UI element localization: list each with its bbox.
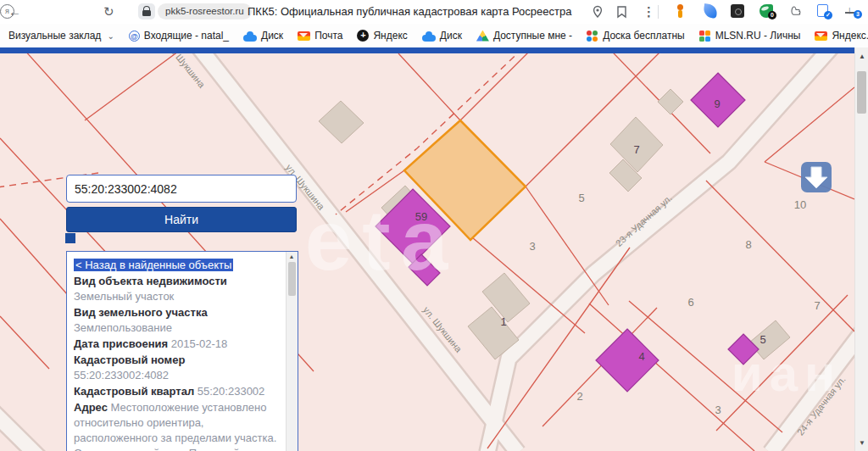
parcel-number: 5: [578, 192, 584, 204]
cloud-icon: [243, 35, 257, 42]
page-scrollbar[interactable]: ▲ ▼: [854, 47, 868, 451]
parcel-number: 59: [415, 210, 427, 223]
parcel-number: 7: [633, 143, 639, 156]
panel-scroll-thumb[interactable]: [288, 262, 296, 296]
bookmark-yandex[interactable]: +Яндекс: [357, 30, 407, 42]
building-4[interactable]: [596, 329, 659, 392]
location-pin-icon[interactable]: [591, 5, 604, 19]
color-grid-icon: [699, 30, 711, 42]
info-row: Вид объекта недвижимости Земельный участ…: [74, 274, 281, 304]
drive-triangle-icon: [476, 31, 489, 42]
parcel-number: 6: [687, 296, 693, 309]
cadastral-search-input[interactable]: [66, 175, 297, 203]
envelope-icon: [298, 31, 310, 41]
info-row: Кадастровый номер 55:20:233002:4082: [74, 353, 281, 383]
address-bar[interactable]: pkk5-rosreestor.ru: [158, 3, 252, 19]
parcel-number: 3: [715, 404, 721, 416]
toolbar-divider: [658, 5, 659, 19]
scroll-up-icon[interactable]: ▲: [855, 53, 868, 60]
reload-icon[interactable]: ↻: [103, 3, 114, 20]
parcel-info-content: < Назад в найденные объекты Вид объекта …: [67, 252, 287, 451]
parcel-info-panel: < Назад в найденные объекты Вид объекта …: [66, 251, 298, 451]
parcel-number: 5: [760, 333, 765, 346]
parcel-number: 8: [745, 238, 751, 251]
panel-scrollbar[interactable]: ▲: [286, 252, 298, 451]
mail-at-icon: @: [129, 31, 140, 42]
watermark: eta: [305, 192, 459, 287]
parcel-number: 9: [714, 97, 720, 110]
bookmark-mail[interactable]: Почта: [298, 30, 342, 42]
extension-dark-icon[interactable]: [731, 4, 744, 18]
bookmark-visual-tabs[interactable]: Визуальные заклад⌄: [8, 30, 114, 42]
find-button[interactable]: Найти: [66, 207, 297, 232]
bookmarks-bar: Визуальные заклад⌄ @Входящие - natal_ Ди…: [0, 24, 868, 47]
info-row: Адрес Местоположение установлено относит…: [74, 400, 281, 451]
extension-orange-icon[interactable]: [673, 4, 687, 18]
building[interactable]: [658, 89, 683, 114]
cloud-icon: [422, 35, 436, 42]
panel-accent-square: [65, 233, 75, 243]
menu-dots-icon[interactable]: ⋮: [643, 3, 655, 20]
browser-toolbar: ← я ↻ pkk5-rosreestor.ru ПКК5: Официальн…: [0, 0, 868, 25]
bookmark-icon[interactable]: [615, 5, 628, 19]
bookmark-disk-1[interactable]: Диск: [243, 30, 283, 42]
lock-icon[interactable]: [138, 3, 155, 19]
extension-hand-icon[interactable]: [788, 4, 802, 18]
extension-badge: 0: [768, 11, 776, 19]
bookmark-yandex-mail[interactable]: Яндекс.Почт: [815, 30, 868, 42]
bookmark-inbox[interactable]: @Входящие - natal_: [129, 30, 229, 42]
lock-body: [142, 10, 151, 16]
bookmark-mlsn[interactable]: MLSN.RU - Личны: [699, 30, 801, 42]
bookmark-board[interactable]: Доска бесплатны: [587, 30, 685, 42]
yandex-plus-icon: +: [357, 30, 369, 42]
info-row: Дата присвоения 2015-02-18: [74, 337, 281, 352]
parcel-number: 2: [576, 390, 582, 403]
site-header-bar: [0, 47, 854, 53]
parcel-number: 3: [529, 240, 535, 253]
download-badge: 3: [854, 10, 862, 19]
back-to-results-link[interactable]: < Назад в найденные объекты: [74, 259, 233, 271]
chevron-down-icon: ⌄: [107, 31, 114, 41]
yandex-browser-icon[interactable]: я: [0, 4, 14, 19]
scroll-down-icon[interactable]: ▼: [855, 439, 868, 447]
parcel-number: 7: [814, 299, 820, 312]
building[interactable]: [319, 101, 364, 143]
bookmark-shared[interactable]: Доступные мне -: [476, 30, 572, 42]
page-title: ПКК5: Официальная публичная кадастровая …: [248, 5, 571, 18]
extension-feather-icon[interactable]: [703, 3, 718, 19]
scroll-thumb[interactable]: [857, 71, 866, 114]
envelope-icon: [815, 31, 827, 41]
parcel-number: 1: [500, 315, 506, 328]
color-dots-icon: [587, 30, 598, 42]
map-arrow-button[interactable]: [801, 162, 832, 192]
bookmark-disk-2[interactable]: Диск: [422, 30, 462, 42]
download-icon[interactable]: ↓: [847, 3, 853, 16]
info-row: Вид земельного участка Землепользование: [74, 305, 281, 336]
parcel-number: 4: [638, 350, 644, 363]
info-row: Кадастровый квартал 55:20:233002: [74, 384, 281, 399]
doc-check-badge: ✓: [824, 11, 832, 19]
scroll-up-icon[interactable]: ▲: [287, 253, 297, 259]
parcel-number: 10: [794, 198, 806, 211]
